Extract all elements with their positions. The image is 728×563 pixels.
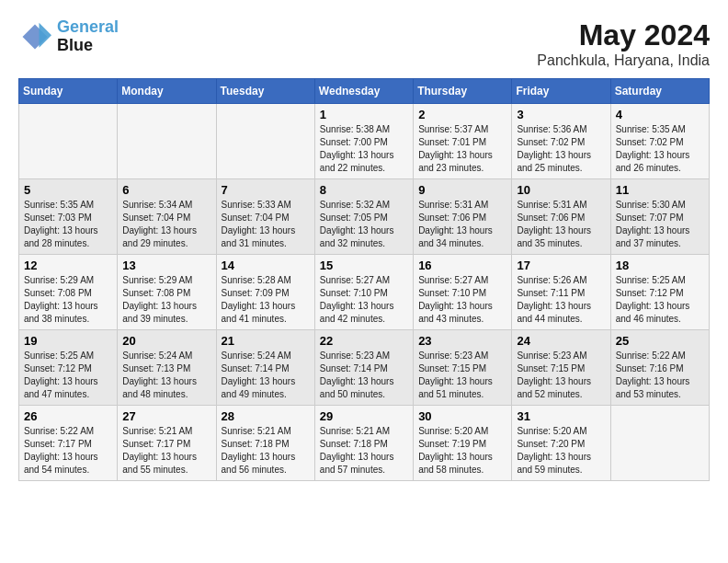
day-number: 29 [320,409,408,423]
calendar-header-wednesday: Wednesday [314,79,413,104]
day-info: Sunrise: 5:22 AM Sunset: 7:17 PM Dayligh… [24,425,112,477]
day-number: 5 [24,183,112,197]
day-info: Sunrise: 5:20 AM Sunset: 7:19 PM Dayligh… [418,425,506,477]
day-number: 2 [418,108,506,121]
calendar-cell [19,104,118,179]
day-number: 7 [222,183,310,197]
calendar-week-row: 12Sunrise: 5:29 AM Sunset: 7:08 PM Dayli… [19,255,710,330]
calendar-header-tuesday: Tuesday [216,79,314,104]
day-number: 13 [122,259,210,272]
calendar-cell: 17Sunrise: 5:26 AM Sunset: 7:11 PM Dayli… [512,255,610,330]
day-info: Sunrise: 5:36 AM Sunset: 7:02 PM Dayligh… [517,123,605,175]
calendar-cell: 15Sunrise: 5:27 AM Sunset: 7:10 PM Dayli… [314,255,413,330]
day-info: Sunrise: 5:25 AM Sunset: 7:12 PM Dayligh… [24,350,112,401]
calendar-cell: 5Sunrise: 5:35 AM Sunset: 7:03 PM Daylig… [19,179,118,255]
calendar-cell [610,406,709,481]
calendar-cell: 20Sunrise: 5:24 AM Sunset: 7:13 PM Dayli… [118,330,216,406]
calendar-cell: 1Sunrise: 5:38 AM Sunset: 7:00 PM Daylig… [314,104,413,179]
calendar-header-thursday: Thursday [414,79,512,104]
day-info: Sunrise: 5:21 AM Sunset: 7:18 PM Dayligh… [222,425,310,477]
day-number: 8 [320,183,408,197]
day-number: 27 [122,409,210,423]
day-number: 23 [418,334,506,348]
day-number: 20 [122,334,210,348]
calendar-week-row: 5Sunrise: 5:35 AM Sunset: 7:03 PM Daylig… [19,179,710,255]
calendar-cell: 18Sunrise: 5:25 AM Sunset: 7:12 PM Dayli… [610,255,709,330]
day-info: Sunrise: 5:27 AM Sunset: 7:10 PM Dayligh… [418,274,506,326]
day-info: Sunrise: 5:20 AM Sunset: 7:20 PM Dayligh… [517,425,605,477]
day-info: Sunrise: 5:34 AM Sunset: 7:04 PM Dayligh… [122,199,210,250]
day-info: Sunrise: 5:23 AM Sunset: 7:14 PM Dayligh… [320,350,408,401]
calendar-header-saturday: Saturday [610,79,709,104]
title-block: May 2024 Panchkula, Haryana, India [537,18,710,69]
day-info: Sunrise: 5:31 AM Sunset: 7:06 PM Dayligh… [517,199,605,250]
calendar-cell: 31Sunrise: 5:20 AM Sunset: 7:20 PM Dayli… [512,406,610,481]
calendar-body: 1Sunrise: 5:38 AM Sunset: 7:00 PM Daylig… [19,104,710,481]
logo: General Blue [18,18,119,55]
logo-icon [18,20,51,53]
day-number: 10 [517,183,605,197]
logo-text: General Blue [57,18,119,55]
day-info: Sunrise: 5:27 AM Sunset: 7:10 PM Dayligh… [320,274,408,326]
day-info: Sunrise: 5:38 AM Sunset: 7:00 PM Dayligh… [320,123,408,175]
day-info: Sunrise: 5:24 AM Sunset: 7:13 PM Dayligh… [122,350,210,401]
day-info: Sunrise: 5:30 AM Sunset: 7:07 PM Dayligh… [616,199,704,250]
day-number: 6 [122,183,210,197]
day-info: Sunrise: 5:25 AM Sunset: 7:12 PM Dayligh… [616,274,704,326]
calendar-week-row: 1Sunrise: 5:38 AM Sunset: 7:00 PM Daylig… [19,104,710,179]
day-number: 24 [517,334,605,348]
calendar-cell: 4Sunrise: 5:35 AM Sunset: 7:02 PM Daylig… [610,104,709,179]
day-info: Sunrise: 5:23 AM Sunset: 7:15 PM Dayligh… [517,350,605,401]
day-info: Sunrise: 5:28 AM Sunset: 7:09 PM Dayligh… [222,274,310,326]
calendar-header-row: SundayMondayTuesdayWednesdayThursdayFrid… [19,79,710,104]
day-info: Sunrise: 5:29 AM Sunset: 7:08 PM Dayligh… [24,274,112,326]
calendar-cell: 10Sunrise: 5:31 AM Sunset: 7:06 PM Dayli… [512,179,610,255]
day-number: 11 [616,183,704,197]
day-info: Sunrise: 5:31 AM Sunset: 7:06 PM Dayligh… [418,199,506,250]
calendar-cell: 28Sunrise: 5:21 AM Sunset: 7:18 PM Dayli… [216,406,314,481]
day-number: 1 [320,108,408,121]
day-info: Sunrise: 5:35 AM Sunset: 7:02 PM Dayligh… [616,123,704,175]
day-info: Sunrise: 5:23 AM Sunset: 7:15 PM Dayligh… [418,350,506,401]
day-number: 17 [517,259,605,272]
calendar-header-monday: Monday [118,79,216,104]
day-info: Sunrise: 5:21 AM Sunset: 7:18 PM Dayligh… [320,425,408,477]
calendar-cell [216,104,314,179]
calendar-cell: 12Sunrise: 5:29 AM Sunset: 7:08 PM Dayli… [19,255,118,330]
calendar-cell: 30Sunrise: 5:20 AM Sunset: 7:19 PM Dayli… [414,406,512,481]
calendar-cell: 8Sunrise: 5:32 AM Sunset: 7:05 PM Daylig… [314,179,413,255]
calendar-table: SundayMondayTuesdayWednesdayThursdayFrid… [18,78,710,481]
day-number: 25 [616,334,704,348]
day-info: Sunrise: 5:37 AM Sunset: 7:01 PM Dayligh… [418,123,506,175]
day-number: 22 [320,334,408,348]
day-number: 4 [616,108,704,121]
day-info: Sunrise: 5:22 AM Sunset: 7:16 PM Dayligh… [616,350,704,401]
calendar-cell: 25Sunrise: 5:22 AM Sunset: 7:16 PM Dayli… [610,330,709,406]
calendar-cell: 7Sunrise: 5:33 AM Sunset: 7:04 PM Daylig… [216,179,314,255]
calendar-cell: 16Sunrise: 5:27 AM Sunset: 7:10 PM Dayli… [414,255,512,330]
day-info: Sunrise: 5:24 AM Sunset: 7:14 PM Dayligh… [222,350,310,401]
calendar-cell: 14Sunrise: 5:28 AM Sunset: 7:09 PM Dayli… [216,255,314,330]
day-number: 28 [222,409,310,423]
day-number: 19 [24,334,112,348]
day-number: 9 [418,183,506,197]
calendar-header-friday: Friday [512,79,610,104]
calendar-cell: 19Sunrise: 5:25 AM Sunset: 7:12 PM Dayli… [19,330,118,406]
day-number: 31 [517,409,605,423]
calendar-cell: 13Sunrise: 5:29 AM Sunset: 7:08 PM Dayli… [118,255,216,330]
day-number: 18 [616,259,704,272]
day-number: 30 [418,409,506,423]
page-title: May 2024 [537,18,710,52]
calendar-cell: 26Sunrise: 5:22 AM Sunset: 7:17 PM Dayli… [19,406,118,481]
day-number: 14 [222,259,310,272]
calendar-cell: 11Sunrise: 5:30 AM Sunset: 7:07 PM Dayli… [610,179,709,255]
day-info: Sunrise: 5:33 AM Sunset: 7:04 PM Dayligh… [222,199,310,250]
calendar-cell: 2Sunrise: 5:37 AM Sunset: 7:01 PM Daylig… [414,104,512,179]
day-number: 26 [24,409,112,423]
calendar-cell: 23Sunrise: 5:23 AM Sunset: 7:15 PM Dayli… [414,330,512,406]
calendar-header-sunday: Sunday [19,79,118,104]
day-info: Sunrise: 5:26 AM Sunset: 7:11 PM Dayligh… [517,274,605,326]
calendar-cell: 3Sunrise: 5:36 AM Sunset: 7:02 PM Daylig… [512,104,610,179]
day-number: 16 [418,259,506,272]
page-subtitle: Panchkula, Haryana, India [537,52,710,69]
